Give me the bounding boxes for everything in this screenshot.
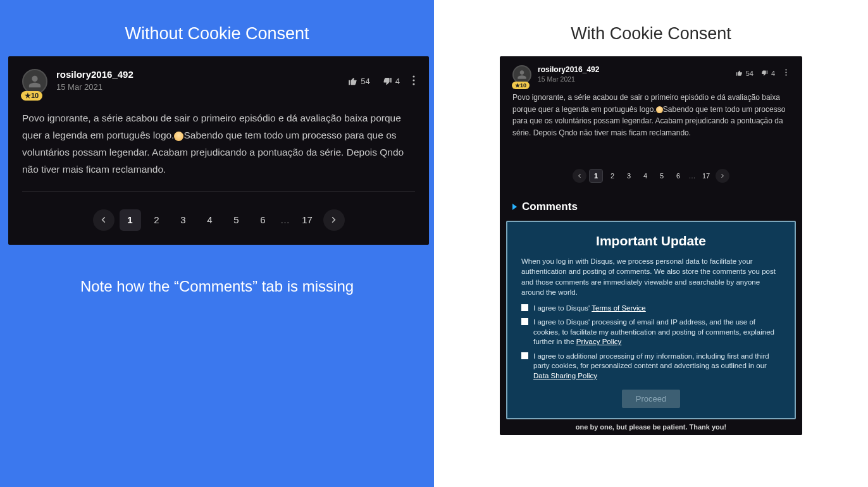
emoji-icon [174, 132, 183, 141]
comment-header: ★10 rosilory2016_492 15 Mar 2021 54 4 [22, 69, 415, 94]
page-ellipsis: … [279, 209, 292, 231]
page-1-button[interactable]: 1 [589, 169, 603, 183]
consent-item-2: I agree to Disqus' processing of email a… [521, 317, 781, 347]
user-icon [28, 75, 42, 89]
page-2-button[interactable]: 2 [605, 169, 619, 183]
page-17-button[interactable]: 17 [297, 209, 318, 231]
chevron-right-icon [719, 173, 726, 179]
consent-checkbox-1[interactable] [521, 304, 528, 311]
comment-date: 15 Mar 2021 [56, 82, 348, 92]
page-next-button[interactable] [716, 169, 729, 183]
dislike-button[interactable]: 4 [761, 70, 775, 77]
comment-actions: 54 4 [348, 75, 415, 87]
page-17-button[interactable]: 17 [699, 169, 713, 183]
dislike-button[interactable]: 4 [383, 77, 400, 86]
page-3-button[interactable]: 3 [622, 169, 636, 183]
right-panel: With Cookie Consent ★10 rosilory2016_492… [434, 0, 868, 487]
avatar[interactable]: ★10 [22, 69, 47, 94]
comment-card-right: ★10 rosilory2016_492 15 Mar 2021 54 4 [500, 56, 802, 435]
page-4-button[interactable]: 4 [199, 209, 221, 231]
svg-point-1 [412, 79, 414, 81]
page-6-button[interactable]: 6 [671, 169, 685, 183]
more-button[interactable] [412, 75, 415, 87]
consent-checkbox-3[interactable] [521, 352, 528, 359]
page-4-button[interactable]: 4 [638, 169, 652, 183]
svg-point-2 [412, 83, 414, 85]
page-next-button[interactable] [323, 209, 345, 231]
more-vertical-icon [783, 69, 790, 76]
comment-body: Povo ignorante, a série acabou de sair o… [22, 109, 415, 178]
comments-tab[interactable]: Comments [506, 200, 796, 213]
comment-body: Povo ignorante, a série acabou de sair o… [506, 92, 796, 139]
comment-header: ★10 rosilory2016_492 15 Mar 2021 54 4 [506, 63, 796, 84]
divider [22, 191, 415, 192]
username[interactable]: rosilory2016_492 [56, 69, 348, 80]
page-prev-button[interactable] [93, 209, 115, 231]
like-count: 54 [746, 70, 753, 77]
user-block: rosilory2016_492 15 Mar 2021 [56, 69, 348, 92]
left-panel: Without Cookie Consent ★10 rosilory2016_… [0, 0, 434, 487]
page-3-button[interactable]: 3 [173, 209, 194, 231]
page-5-button[interactable]: 5 [655, 169, 669, 183]
comment-date: 15 Mar 2021 [538, 75, 736, 83]
star-badge: ★10 [21, 91, 42, 101]
page-ellipsis: … [688, 169, 697, 183]
thumb-down-icon [761, 70, 768, 77]
avatar[interactable]: ★10 [512, 65, 531, 84]
more-button[interactable] [783, 69, 790, 77]
user-block: rosilory2016_492 15 Mar 2021 [538, 65, 736, 83]
user-icon [517, 70, 527, 80]
comment-card-left: ★10 rosilory2016_492 15 Mar 2021 54 4 [8, 56, 429, 245]
consent-list: I agree to Disqus' Terms of Service I ag… [521, 304, 781, 381]
left-title: Without Cookie Consent [125, 24, 309, 44]
star-badge: ★10 [512, 82, 530, 89]
dislike-count: 4 [771, 70, 775, 77]
comments-label: Comments [522, 200, 578, 213]
chevron-right-icon [329, 215, 338, 225]
chevron-left-icon [576, 173, 583, 179]
emoji-icon [656, 106, 663, 113]
consent-checkbox-2[interactable] [521, 318, 528, 325]
consent-dialog: Important Update When you log in with Di… [506, 221, 796, 419]
more-vertical-icon [412, 75, 415, 85]
data-sharing-policy-link[interactable]: Data Sharing Policy [533, 372, 597, 379]
svg-point-4 [785, 71, 786, 73]
consent-item-3-text: I agree to additional processing of my i… [533, 352, 769, 370]
page-prev-button[interactable] [573, 169, 586, 183]
svg-point-5 [785, 75, 786, 76]
footer-strip: one by one, but please be patient. Thank… [506, 421, 796, 431]
page-5-button[interactable]: 5 [226, 209, 247, 231]
consent-heading: Important Update [521, 233, 781, 249]
thumb-up-icon [348, 77, 357, 86]
consent-item-1: I agree to Disqus' Terms of Service [521, 304, 781, 314]
page-6-button[interactable]: 6 [252, 209, 274, 231]
privacy-policy-link[interactable]: Privacy Policy [576, 338, 622, 345]
triangle-right-icon [512, 204, 517, 210]
svg-point-3 [785, 69, 786, 70]
thumb-up-icon [736, 70, 743, 77]
consent-item-2-text: I agree to Disqus' processing of email a… [533, 318, 774, 345]
terms-of-service-link[interactable]: Terms of Service [592, 304, 646, 312]
svg-point-0 [412, 75, 414, 77]
comment-actions: 54 4 [736, 69, 790, 77]
consent-intro: When you log in with Disqus, we process … [521, 256, 781, 297]
like-button[interactable]: 54 [348, 77, 369, 86]
pagination: 1 2 3 4 5 6 … 17 [506, 169, 796, 183]
like-count: 54 [361, 77, 369, 86]
right-title: With Cookie Consent [571, 24, 731, 44]
like-button[interactable]: 54 [736, 70, 753, 77]
username[interactable]: rosilory2016_492 [538, 65, 736, 74]
dislike-count: 4 [395, 77, 400, 86]
page-2-button[interactable]: 2 [146, 209, 168, 231]
pagination: 1 2 3 4 5 6 … 17 [22, 209, 415, 231]
consent-item-1-text: I agree to Disqus' [533, 304, 592, 312]
thumb-down-icon [383, 77, 392, 86]
chevron-left-icon [99, 215, 108, 225]
consent-item-3: I agree to additional processing of my i… [521, 352, 781, 381]
page-1-button[interactable]: 1 [120, 209, 141, 231]
proceed-button[interactable]: Proceed [622, 390, 680, 408]
left-note: Note how the “Comments” tab is missing [80, 278, 354, 295]
